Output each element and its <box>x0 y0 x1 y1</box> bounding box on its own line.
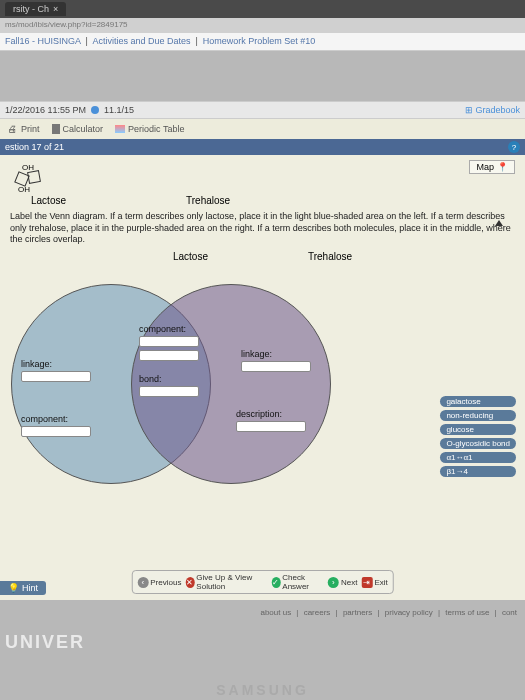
slot-label-linkage-left: linkage: <box>21 359 52 369</box>
calculator-icon <box>52 124 60 134</box>
slot-component-mid-2[interactable] <box>139 350 199 361</box>
hint-button[interactable]: 💡 Hint <box>0 581 46 595</box>
footer-partners[interactable]: partners <box>343 608 372 617</box>
slot-description-right[interactable] <box>236 421 306 432</box>
grid-icon: ⊞ <box>465 105 473 115</box>
exit-button[interactable]: ⇥ Exit <box>361 577 387 588</box>
browser-tab[interactable]: rsity - Ch × <box>5 2 66 16</box>
breadcrumb-activities[interactable]: Activities and Due Dates <box>92 36 190 46</box>
venn-circle-trehalose[interactable] <box>131 284 331 484</box>
close-icon[interactable]: × <box>53 4 58 14</box>
slot-bond-mid[interactable] <box>139 386 199 397</box>
exit-icon: ⇥ <box>361 577 372 588</box>
slot-label-component-mid: component: <box>139 324 186 334</box>
slot-component-mid[interactable] <box>139 336 199 347</box>
previous-button[interactable]: ‹ Previous <box>137 577 181 588</box>
x-circle-icon: ✕ <box>185 577 194 588</box>
venn-container: linkage: component: component: bond: lin… <box>11 264 351 514</box>
breadcrumb-course[interactable]: Fall16 - HUISINGA <box>5 36 81 46</box>
calculator-button[interactable]: Calculator <box>52 124 104 134</box>
term-beta[interactable]: β1→4 <box>440 466 516 477</box>
breadcrumb: Fall16 - HUISINGA | Activities and Due D… <box>0 33 525 51</box>
question-label: estion 17 of 21 <box>5 142 64 152</box>
term-o-glycosidic[interactable]: O-glycosidic bond <box>440 438 516 449</box>
term-glucose[interactable]: glucose <box>440 424 516 435</box>
table-icon <box>115 125 125 133</box>
device-brand: SAMSUNG <box>216 682 309 698</box>
map-button[interactable]: Map 📍 <box>469 160 515 174</box>
map-icon: 📍 <box>497 162 508 172</box>
slot-label-description: description: <box>236 409 282 419</box>
check-circle-icon: ✓ <box>271 577 280 588</box>
browser-tab-bar: rsity - Ch × <box>0 0 525 18</box>
breadcrumb-hw[interactable]: Homework Problem Set #10 <box>203 36 316 46</box>
brand-text: UNIVER <box>5 632 520 653</box>
venn-right-label: Trehalose <box>308 251 352 262</box>
term-bank: galactose non-reducing glucose O-glycosi… <box>440 396 516 477</box>
tab-title: rsity - Ch <box>13 4 49 14</box>
periodic-table-button[interactable]: Periodic Table <box>115 124 184 134</box>
footer-terms[interactable]: terms of use <box>445 608 489 617</box>
molecule-labels: Lactose Trehalose <box>31 195 519 206</box>
print-button[interactable]: 🖨 Print <box>8 124 40 134</box>
footer-privacy[interactable]: privacy policy <box>385 608 433 617</box>
status-dot-icon <box>91 106 99 114</box>
nav-bar: ‹ Previous ✕ Give Up & View Solution ✓ C… <box>131 570 394 594</box>
slot-label-bond: bond: <box>139 374 162 384</box>
venn-diagram-area: Lactose Trehalose linkage: component: co… <box>6 251 519 531</box>
footer-links: about us | careers | partners | privacy … <box>5 608 520 617</box>
chevron-right-icon: › <box>328 577 339 588</box>
scroll-up-icon[interactable] <box>495 220 503 226</box>
lightbulb-icon: 💡 <box>8 583 19 593</box>
check-answer-button[interactable]: ✓ Check Answer <box>271 573 324 591</box>
slot-label-linkage-right: linkage: <box>241 349 272 359</box>
footer-cont[interactable]: cont <box>502 608 517 617</box>
giveup-button[interactable]: ✕ Give Up & View Solution <box>185 573 267 591</box>
footer: about us | careers | partners | privacy … <box>0 600 525 685</box>
spacer <box>0 51 525 101</box>
slot-linkage-left[interactable] <box>21 371 91 382</box>
info-icon[interactable]: ? <box>508 141 520 153</box>
lactose-label: Lactose <box>31 195 66 206</box>
term-non-reducing[interactable]: non-reducing <box>440 410 516 421</box>
gradebook-link[interactable]: ⊞ Gradebook <box>465 105 520 115</box>
chevron-left-icon: ‹ <box>137 577 148 588</box>
slot-label-component-left: component: <box>21 414 68 424</box>
slot-component-left[interactable] <box>21 426 91 437</box>
counter: 11.1/15 <box>104 105 134 115</box>
venn-left-label: Lactose <box>173 251 208 262</box>
term-alpha-alpha[interactable]: α1↔α1 <box>440 452 516 463</box>
toolbar: 🖨 Print Calculator Periodic Table <box>0 119 525 139</box>
status-bar: 1/22/2016 11:55 PM 11.1/15 ⊞ Gradebook <box>0 101 525 119</box>
next-button[interactable]: › Next <box>328 577 357 588</box>
printer-icon: 🖨 <box>8 124 18 134</box>
footer-about[interactable]: about us <box>260 608 291 617</box>
instructions-text: Label the Venn diagram. If a term descri… <box>6 211 519 246</box>
trehalose-label: Trehalose <box>186 195 230 206</box>
slot-linkage-right[interactable] <box>241 361 311 372</box>
footer-careers[interactable]: careers <box>304 608 331 617</box>
url-bar[interactable]: ms/mod/ibis/view.php?id=2849175 <box>0 18 525 33</box>
molecule-structure-lactose: OH OH <box>6 163 86 193</box>
main-content: Map 📍 OH OH Lactose Trehalose Label the … <box>0 155 525 600</box>
datetime: 1/22/2016 11:55 PM <box>5 105 86 115</box>
question-bar: estion 17 of 21 ? <box>0 139 525 155</box>
term-galactose[interactable]: galactose <box>440 396 516 407</box>
